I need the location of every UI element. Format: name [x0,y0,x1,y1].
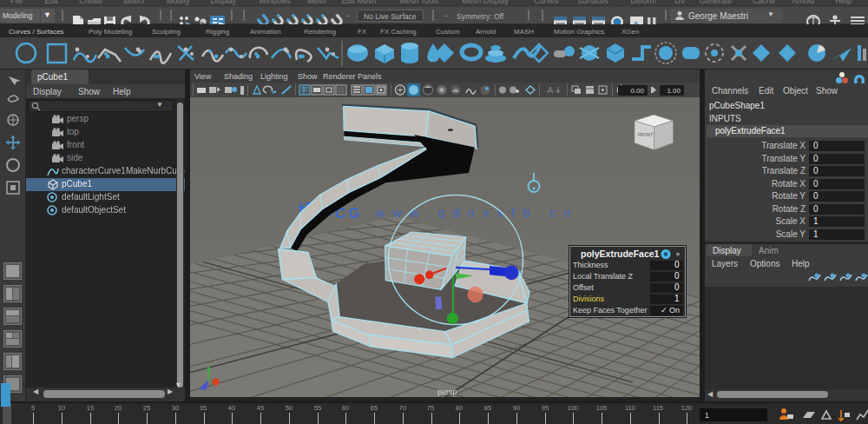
svg-text:persp: persp [437,388,457,396]
svg-text:FRONT: FRONT [638,132,653,137]
svg-text:www.qdnxxfb.cn: www.qdnxxfb.cn [375,206,579,220]
svg-text:0.00: 0.00 [630,87,644,95]
svg-text:1.00: 1.00 [667,87,681,95]
